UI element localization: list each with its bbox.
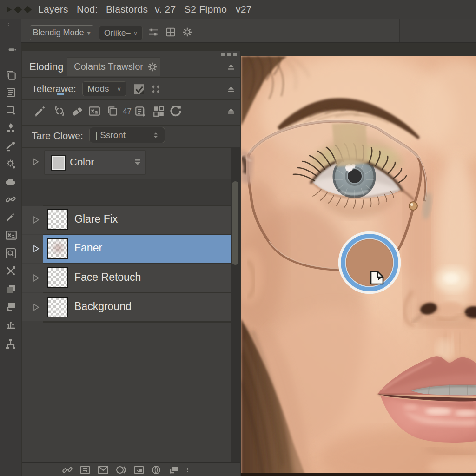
hinge-screw [409, 202, 417, 210]
source-row-label: Tare Clowe: [32, 130, 83, 141]
row-collapse-icon[interactable] [227, 107, 235, 115]
eraser-icon[interactable] [71, 105, 83, 117]
collapse-dots-icon[interactable] [5, 22, 16, 33]
expand-triangle-icon[interactable] [33, 216, 40, 224]
clipboard-icon[interactable] [134, 105, 146, 117]
grid-icon[interactable] [165, 27, 176, 37]
scrollbar-thumb[interactable] [232, 181, 238, 265]
layer-thumbnail[interactable] [47, 238, 68, 259]
mods-dropdown-value: Mods [87, 84, 109, 94]
link-icon[interactable] [5, 194, 16, 205]
zoom-icon[interactable] [5, 248, 16, 259]
panel-bottom-actions [22, 462, 240, 476]
selection-highlight [43, 235, 231, 263]
menu-item[interactable]: Nod: [77, 4, 98, 15]
active-bar-icon[interactable] [5, 46, 16, 57]
menu-item[interactable]: v27 [236, 4, 252, 15]
layer-down-icon[interactable] [5, 301, 16, 312]
mode-row-label: Telterawe: [32, 83, 76, 94]
layer-row-glare-fix[interactable]: Glare Fix [22, 206, 231, 234]
globe-icon[interactable] [151, 464, 161, 475]
menu-item[interactable]: S2 Fipmo [184, 4, 227, 15]
menu-item[interactable]: Layers [38, 4, 68, 15]
image-x-icon[interactable] [5, 229, 16, 240]
blending-mode-button[interactable]: Blendig Mode ▾ [30, 25, 93, 40]
gear-icon [147, 62, 158, 72]
menu-item[interactable]: v. 27 [155, 4, 176, 15]
thumbnail-smudge [48, 239, 67, 258]
gear-dot-icon[interactable] [5, 159, 16, 170]
doc-icon[interactable] [79, 464, 90, 475]
sparkle-icon[interactable] [150, 84, 162, 96]
layer-thumbnail[interactable] [47, 267, 68, 288]
window-menu-dots[interactable] [221, 53, 237, 56]
mask-icon[interactable] [98, 464, 108, 475]
kebab-icon[interactable] [185, 464, 196, 475]
source-dropdown[interactable]: | Ssront [89, 127, 165, 143]
expand-triangle-icon[interactable] [33, 304, 40, 311]
options-toolbar-group: Blendig Mode ▾ Oriike– ∨ [21, 19, 400, 42]
expand-triangle-icon[interactable] [32, 158, 40, 165]
color-label: Color [70, 156, 94, 168]
dropdown-mark-icon[interactable] [134, 159, 141, 166]
pencil-icon[interactable] [34, 105, 46, 117]
copy-icon[interactable] [106, 105, 119, 117]
link-icon[interactable] [62, 464, 72, 475]
cloud-icon[interactable] [5, 176, 16, 187]
panel-collapse-icon[interactable] [227, 63, 235, 71]
color-swatch[interactable] [51, 155, 66, 171]
chevron-down-icon: ∨ [133, 30, 138, 37]
tab-colants-trawslor[interactable]: Colants Trawslor [67, 57, 160, 76]
node-cut-icon[interactable] [5, 265, 16, 277]
menu-item[interactable]: Blastords [106, 4, 148, 15]
tree-icon[interactable] [5, 338, 16, 349]
refresh-icon[interactable] [170, 105, 182, 117]
tiles-icon[interactable] [152, 105, 165, 117]
tools-sidebar [0, 19, 21, 476]
tab-eloding[interactable]: Eloding [29, 61, 63, 73]
updown-stepper-icon [152, 131, 159, 139]
row-collapse-icon[interactable] [227, 86, 235, 93]
pen-icon[interactable] [5, 212, 16, 223]
layer-arrow-icon[interactable] [168, 464, 178, 475]
square-icon[interactable] [5, 105, 16, 116]
diamond-icon [14, 6, 22, 13]
tab-label: Colants Trawslor [74, 61, 143, 72]
loop-icon[interactable] [53, 105, 66, 117]
mode-dropdown-value: Oriike– [104, 28, 131, 38]
panel-scrollbar[interactable] [231, 147, 240, 462]
canvas-illustration [241, 56, 476, 476]
count-badge: 47 [123, 107, 132, 116]
anchor-icon[interactable] [5, 122, 16, 133]
slider-pen-icon[interactable] [5, 141, 16, 152]
panel-spacer [22, 179, 231, 207]
layer-row-background[interactable]: Background [22, 293, 231, 321]
layers-icon[interactable] [5, 283, 16, 294]
layer-name: Glare Fix [74, 213, 118, 225]
copy-icon[interactable] [5, 69, 16, 80]
diamond-icon [24, 6, 32, 13]
expand-triangle-icon[interactable] [33, 274, 40, 282]
doc-lines-icon[interactable] [5, 87, 16, 98]
layer-row-face-retouch[interactable]: Face Retouch [22, 264, 231, 292]
adjustment-icon[interactable] [115, 464, 126, 475]
image-x-icon[interactable] [88, 105, 100, 117]
sliders-bottom-icon[interactable] [5, 319, 16, 331]
gear-icon[interactable] [182, 27, 193, 37]
layer-thumbnail[interactable] [47, 209, 68, 230]
brush-cursor [340, 233, 400, 293]
frame-icon[interactable] [133, 464, 144, 475]
canvas-image[interactable] [241, 56, 476, 476]
blending-mode-label: Blendig Mode [33, 28, 84, 38]
color-fill-item[interactable]: Color [44, 150, 146, 175]
application-window: LayersNod:Blastordsv. 27S2 Fipmov27 Blen… [0, 0, 476, 476]
adjustments-icon[interactable] [148, 27, 159, 37]
expand-triangle-icon[interactable] [33, 245, 40, 252]
layer-name: Background [74, 300, 132, 313]
layer-thumbnail[interactable] [47, 297, 68, 317]
checkbox-icon[interactable] [133, 83, 145, 95]
mode-dropdown[interactable]: Oriike– ∨ [99, 26, 143, 40]
canvas-bottom-strip [241, 473, 476, 476]
layer-row-faner[interactable]: Faner [22, 235, 231, 263]
mods-dropdown[interactable]: Mods ∨ [82, 81, 126, 96]
